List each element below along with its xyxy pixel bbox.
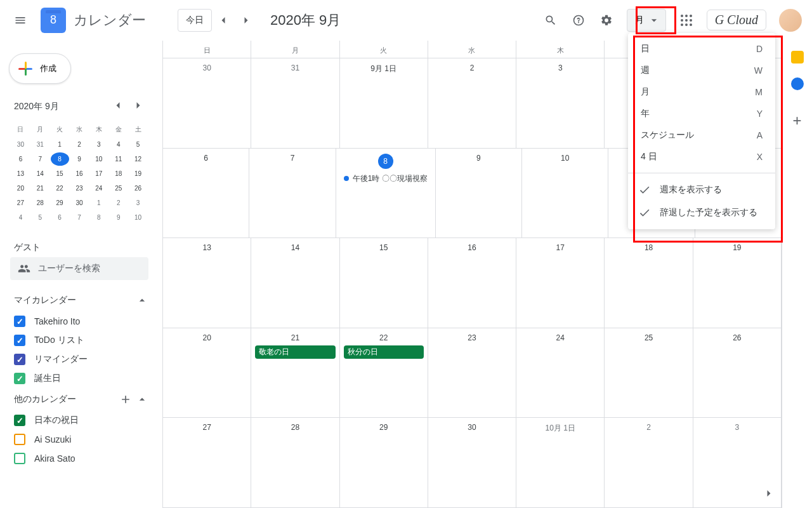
mini-day[interactable]: 2 xyxy=(109,196,128,210)
create-button[interactable]: 作成 xyxy=(9,53,71,84)
my-calendars-header[interactable]: マイカレンダー xyxy=(5,289,154,312)
mini-day[interactable]: 24 xyxy=(89,182,108,195)
checkbox-icon[interactable] xyxy=(14,415,25,426)
other-calendars-header[interactable]: 他のカレンダー xyxy=(5,388,154,411)
event[interactable]: 秋分の日 xyxy=(344,345,424,359)
mini-day[interactable]: 27 xyxy=(11,196,30,210)
mini-day[interactable]: 6 xyxy=(51,211,69,224)
mini-day[interactable]: 31 xyxy=(31,138,49,151)
calendar-item[interactable]: Takehiro Ito xyxy=(10,312,148,331)
search-user-input[interactable]: ユーザーを検索 xyxy=(10,257,148,280)
checkbox-icon[interactable] xyxy=(14,316,25,327)
add-calendar-icon[interactable] xyxy=(119,393,132,406)
checkbox-icon[interactable] xyxy=(14,373,25,384)
day-cell[interactable]: 9月 1日 xyxy=(340,58,428,148)
mini-day[interactable]: 30 xyxy=(70,196,89,210)
mini-day[interactable]: 19 xyxy=(129,167,147,180)
mini-day[interactable]: 23 xyxy=(70,182,89,195)
help-icon[interactable] xyxy=(566,8,591,33)
dropdown-check-item[interactable]: 辞退した予定を表示する xyxy=(628,201,775,224)
mini-day[interactable]: 10 xyxy=(89,152,108,166)
prev-month-button[interactable] xyxy=(213,10,233,30)
mini-day[interactable]: 2 xyxy=(70,138,89,151)
expand-side-panel-button[interactable] xyxy=(763,487,775,502)
mini-day[interactable]: 11 xyxy=(109,152,128,166)
calendar-item[interactable]: 誕生日 xyxy=(10,369,148,388)
day-cell[interactable]: 19 xyxy=(693,238,782,328)
mini-day[interactable]: 6 xyxy=(11,152,30,166)
day-cell[interactable]: 15 xyxy=(340,238,428,328)
day-cell[interactable]: 20 xyxy=(163,328,251,418)
search-icon[interactable] xyxy=(538,8,563,33)
today-button[interactable]: 今日 xyxy=(178,9,212,32)
mini-day[interactable]: 5 xyxy=(31,211,49,224)
dropdown-item[interactable]: スケジュールA xyxy=(628,124,775,146)
checkbox-icon[interactable] xyxy=(14,453,25,464)
mini-day[interactable]: 8 xyxy=(89,211,108,224)
mini-day[interactable]: 9 xyxy=(109,211,128,224)
mini-day[interactable]: 28 xyxy=(31,196,49,210)
calendar-item[interactable]: 日本の祝日 xyxy=(10,411,148,430)
mini-day[interactable]: 4 xyxy=(109,138,128,151)
dropdown-item[interactable]: 年Y xyxy=(628,103,775,124)
mini-day[interactable]: 16 xyxy=(70,167,89,180)
next-month-button[interactable] xyxy=(236,10,256,30)
day-cell[interactable]: 17 xyxy=(516,238,605,328)
menu-icon[interactable] xyxy=(5,5,36,36)
mini-day[interactable]: 22 xyxy=(51,182,69,195)
tasks-icon[interactable] xyxy=(791,77,804,90)
calendar-item[interactable]: リマインダー xyxy=(10,350,148,369)
event[interactable]: 敬老の日 xyxy=(255,345,335,359)
mini-day[interactable]: 4 xyxy=(11,211,30,224)
day-cell[interactable]: 10 xyxy=(522,149,608,238)
mini-day[interactable]: 7 xyxy=(31,152,49,166)
day-cell[interactable]: 10月 1日 xyxy=(516,418,605,507)
settings-icon[interactable] xyxy=(594,8,619,33)
mini-day[interactable]: 18 xyxy=(109,167,128,180)
mini-day[interactable]: 8 xyxy=(51,152,69,166)
mini-day[interactable]: 29 xyxy=(51,196,69,210)
checkbox-icon[interactable] xyxy=(14,434,25,445)
mini-day[interactable]: 25 xyxy=(109,182,128,195)
day-cell[interactable]: 27 xyxy=(163,418,251,507)
calendar-item[interactable]: ToDo リスト xyxy=(10,331,148,350)
mini-day[interactable]: 10 xyxy=(129,211,147,224)
day-cell[interactable]: 30 xyxy=(428,418,516,507)
day-cell[interactable]: 28 xyxy=(251,418,339,507)
day-cell[interactable]: 22秋分の日 xyxy=(340,328,428,418)
day-cell[interactable]: 26 xyxy=(693,328,782,418)
mini-day[interactable]: 12 xyxy=(129,152,147,166)
mini-next-button[interactable] xyxy=(129,97,147,116)
mini-day[interactable]: 3 xyxy=(89,138,108,151)
day-cell[interactable]: 6 xyxy=(163,149,249,238)
dropdown-item[interactable]: 月M xyxy=(628,81,775,103)
mini-day[interactable]: 1 xyxy=(89,196,108,210)
dropdown-item[interactable]: 日D xyxy=(628,38,775,60)
apps-icon[interactable] xyxy=(674,8,699,33)
mini-day[interactable]: 3 xyxy=(129,196,147,210)
mini-day[interactable]: 30 xyxy=(11,138,30,151)
mini-day[interactable]: 13 xyxy=(11,167,30,180)
day-cell[interactable]: 13 xyxy=(163,238,251,328)
day-cell[interactable]: 8午後1時 〇〇現場視察 xyxy=(336,149,436,238)
mini-day[interactable]: 5 xyxy=(129,138,147,151)
calendar-item[interactable]: Akira Sato xyxy=(10,449,148,468)
mini-day[interactable]: 15 xyxy=(51,167,69,180)
checkbox-icon[interactable] xyxy=(14,335,25,346)
day-cell[interactable]: 14 xyxy=(251,238,339,328)
day-cell[interactable]: 29 xyxy=(340,418,428,507)
mini-prev-button[interactable] xyxy=(109,97,127,116)
mini-day[interactable]: 21 xyxy=(31,182,49,195)
calendar-item[interactable]: Ai Suzuki xyxy=(10,430,148,449)
mini-day[interactable]: 14 xyxy=(31,167,49,180)
event[interactable]: 午後1時 〇〇現場視察 xyxy=(340,172,431,185)
day-cell[interactable]: 16 xyxy=(428,238,516,328)
view-switcher-button[interactable]: 月 xyxy=(627,9,666,32)
day-cell[interactable]: 2 xyxy=(605,418,693,507)
day-cell[interactable]: 3 xyxy=(516,58,605,148)
mini-day[interactable]: 26 xyxy=(129,182,147,195)
dropdown-item[interactable]: 4 日X xyxy=(628,146,775,168)
dropdown-check-item[interactable]: 週末を表示する xyxy=(628,178,775,201)
checkbox-icon[interactable] xyxy=(14,354,25,365)
mini-day[interactable]: 1 xyxy=(51,138,69,151)
